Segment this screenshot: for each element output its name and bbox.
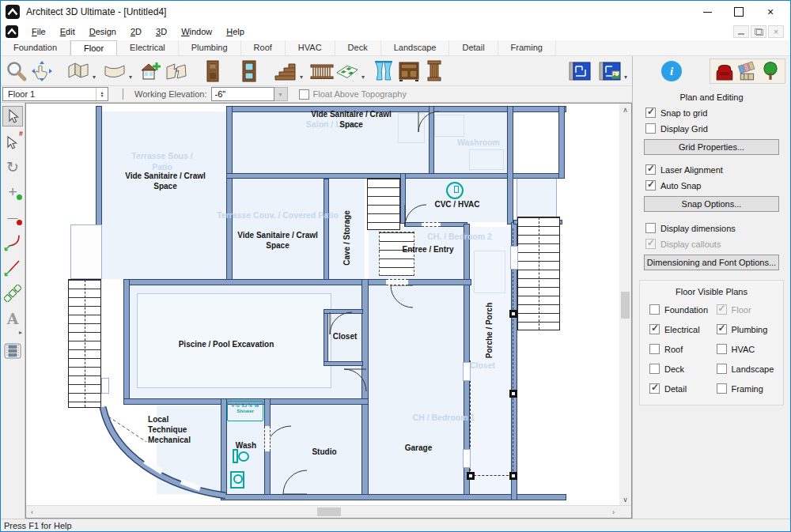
stairs-tool-icon[interactable]: ▾ <box>273 58 298 84</box>
menu-3d[interactable]: 3D <box>149 25 174 38</box>
furniture-library-icon[interactable] <box>714 61 735 81</box>
media-strip-tool[interactable] <box>2 341 23 361</box>
info-button[interactable]: i <box>661 61 682 81</box>
break-wall-tool-icon[interactable] <box>164 58 189 84</box>
toilet-fixture[interactable] <box>233 449 238 463</box>
tab-framing[interactable]: Framing <box>498 40 556 55</box>
checkbox[interactable] <box>717 344 727 354</box>
tab-roof[interactable]: Roof <box>241 40 286 55</box>
checkbox-display-grid[interactable]: Display Grid <box>645 123 790 134</box>
pan-tool-icon[interactable] <box>29 58 55 84</box>
wall-flyout-icon[interactable]: ▾ <box>93 74 96 81</box>
menu-2d[interactable]: 2D <box>123 25 149 38</box>
checkbox[interactable] <box>645 164 656 175</box>
landscape-library-icon[interactable] <box>760 61 781 81</box>
maximize-icon[interactable] <box>733 6 744 17</box>
curved-wall-tool-icon[interactable]: ▾ <box>102 58 127 84</box>
dimensioning-font-options-button[interactable]: Dimensioning and Font Options... <box>644 255 779 270</box>
checkbox-display-dimensions[interactable]: Display dimensions <box>645 223 790 233</box>
checkbox[interactable] <box>645 180 656 191</box>
curved-wall-flyout-icon[interactable]: ▾ <box>129 74 132 81</box>
menu-window[interactable]: Window <box>174 25 219 38</box>
close-icon[interactable]: × <box>765 6 776 17</box>
checkbox-fvp-foundation[interactable]: Foundation <box>649 304 717 315</box>
deck-post[interactable] <box>509 472 517 480</box>
spinner-down-icon[interactable]: ▼ <box>100 94 104 97</box>
minimize-icon[interactable] <box>702 6 713 17</box>
menu-design[interactable]: Design <box>82 25 123 38</box>
checkbox-fvp-detail[interactable]: Detail <box>649 383 717 394</box>
text-flyout-icon[interactable]: ▸ <box>19 329 22 336</box>
checkbox-auto-snap[interactable]: Auto Snap <box>645 180 790 191</box>
door-tool-icon[interactable] <box>200 58 225 84</box>
deck-post[interactable] <box>509 310 517 318</box>
deck-post[interactable] <box>467 472 475 480</box>
checkbox[interactable] <box>299 89 309 100</box>
window-opening[interactable] <box>101 378 109 394</box>
chamfer-corner-tool[interactable]: ↙ <box>2 258 23 278</box>
checkbox[interactable] <box>645 108 656 118</box>
rotate-tool[interactable]: ↻ <box>2 157 23 177</box>
checkbox[interactable] <box>649 324 660 334</box>
checkbox[interactable] <box>649 344 660 354</box>
tab-electrical[interactable]: Electrical <box>117 40 179 55</box>
float-above-topography-checkbox[interactable]: Float Above Topography <box>299 89 407 100</box>
floor-selector[interactable]: Floor 1 ▲ ▼ <box>2 87 108 101</box>
fillet-corner-tool[interactable]: ↙ <box>2 232 23 253</box>
plan-view-flyout-icon[interactable]: ▾ <box>624 74 627 81</box>
checkbox-fvp-deck[interactable]: Deck <box>649 364 717 374</box>
snap-options-button[interactable]: Snap Options... <box>644 196 779 212</box>
railing-tool-icon[interactable] <box>309 58 335 84</box>
deck-tool-icon[interactable]: ▾ <box>335 58 360 84</box>
scroll-right-icon[interactable]: › <box>607 506 619 518</box>
edit-point-chain-tool[interactable] <box>2 283 23 304</box>
grid-properties-button[interactable]: Grid Properties... <box>644 139 779 155</box>
tab-plumbing[interactable]: Plumbing <box>179 40 241 55</box>
cabinet-tool-icon[interactable] <box>396 58 422 84</box>
checkbox-fvp-roof[interactable]: Roof <box>649 344 717 354</box>
tab-hvac[interactable]: HVAC <box>286 40 335 55</box>
select-tool[interactable] <box>2 106 23 126</box>
door-opening[interactable] <box>422 222 441 227</box>
deck-post[interactable] <box>509 390 517 398</box>
working-elevation-dropdown-icon[interactable]: ▼ <box>274 87 288 101</box>
2d-plan-view-icon[interactable] <box>567 58 592 84</box>
menu-file[interactable]: File <box>25 25 53 38</box>
vertical-scroll-thumb[interactable] <box>621 292 630 319</box>
materials-library-icon[interactable] <box>737 61 758 81</box>
scroll-up-icon[interactable]: ∧ <box>619 104 631 115</box>
text-tool[interactable]: A <box>2 308 23 329</box>
window-tool-icon[interactable] <box>237 58 262 84</box>
floor-spinner[interactable]: ▲ ▼ <box>96 88 108 100</box>
window-opening[interactable] <box>463 449 471 468</box>
tab-detail[interactable]: Detail <box>449 40 498 55</box>
checkbox[interactable] <box>717 324 727 334</box>
checkbox[interactable] <box>645 123 656 134</box>
stairs-flyout-icon[interactable]: ▾ <box>300 74 303 81</box>
shower-fixture[interactable]: 4'-0"x3'-6"W Shower <box>227 401 263 421</box>
checkbox-laser-alignment[interactable]: Laser Alignment <box>645 164 790 175</box>
tab-floor[interactable]: Floor <box>70 40 117 55</box>
floor-plan-canvas[interactable]: 4'-0"x3'-6"W Shower Salon / Living Terra… <box>26 104 619 505</box>
door-opening[interactable] <box>386 279 408 285</box>
checkbox-fvp-framing[interactable]: Framing <box>717 383 784 394</box>
window-opening[interactable] <box>70 224 102 279</box>
doc-close-icon[interactable]: × <box>768 25 784 38</box>
window-opening[interactable] <box>510 246 518 270</box>
remove-point-tool[interactable]: — <box>2 207 23 228</box>
scroll-down-icon[interactable]: ∨ <box>619 493 631 505</box>
tab-deck[interactable]: Deck <box>335 40 381 55</box>
column-tool-icon[interactable] <box>422 58 447 84</box>
add-room-tool-icon[interactable] <box>138 58 164 84</box>
menu-edit[interactable]: Edit <box>53 25 82 38</box>
zoom-tool-icon[interactable] <box>4 58 29 84</box>
wall-tool-icon[interactable]: ▾ <box>66 58 91 84</box>
checkbox-snap-to-grid[interactable]: Snap to grid <box>645 108 790 118</box>
checkbox-fvp-electrical[interactable]: Electrical <box>649 324 717 334</box>
vertical-scrollbar[interactable]: ∧ ∨ <box>619 104 631 505</box>
checkbox-fvp-landscape[interactable]: Landscape <box>717 364 784 374</box>
select-number-tool[interactable]: # <box>2 131 23 152</box>
tab-landscape[interactable]: Landscape <box>381 40 450 55</box>
working-elevation-input[interactable] <box>211 87 274 101</box>
doc-minimize-icon[interactable] <box>733 25 749 38</box>
